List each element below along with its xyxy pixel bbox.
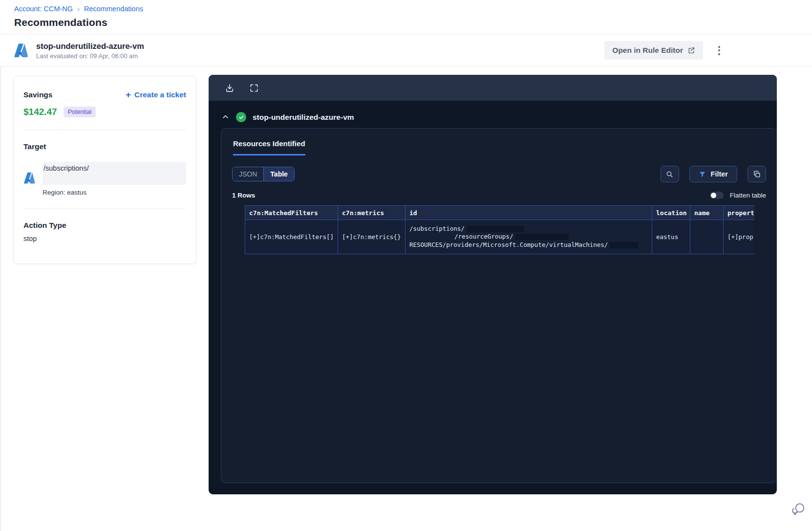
cell-properties[interactable]: [+]prop [724, 220, 755, 254]
resources-panel: stop-underutilized-azure-vm Resources Id… [209, 75, 777, 494]
savings-amount: $142.47 [23, 107, 57, 117]
rule-title: stop-underutilized-azure-vm [36, 42, 144, 51]
open-in-rule-editor-button[interactable]: Open in Rule Editor [604, 41, 703, 60]
redacted-resource-group [515, 234, 569, 240]
rule-last-evaluated: Last evaluated on: 09 Apr, 06:00 am [36, 52, 144, 60]
create-ticket-button[interactable]: + Create a ticket [126, 90, 186, 99]
redacted-subscription-id [467, 226, 524, 232]
cell-metrics[interactable]: [+]c7n:metrics{} [338, 220, 406, 254]
table-controls-row: JSON Table Filter [232, 166, 766, 182]
target-label: Target [23, 142, 186, 151]
cell-id: /subscriptions/ /resourceGroups/ RESOURC… [406, 220, 652, 254]
panel-rule-title: stop-underutilized-azure-vm [253, 113, 354, 122]
view-toggle: JSON Table [232, 167, 295, 181]
action-type-value: stop [23, 235, 186, 243]
search-icon [665, 170, 674, 178]
view-toggle-table[interactable]: Table [263, 167, 294, 181]
rule-header: stop-underutilized-azure-vm Last evaluat… [0, 35, 812, 66]
column-header-id[interactable]: id [406, 206, 652, 220]
azure-target-icon [23, 172, 36, 184]
page-left-edge [0, 0, 1, 531]
copy-icon [753, 170, 761, 178]
breadcrumb-account-link[interactable]: Account: CCM-NG [14, 5, 73, 13]
column-header-properties[interactable]: propert [724, 206, 755, 220]
support-chat-icon[interactable] [791, 502, 806, 516]
rows-count: 1 Rows [232, 192, 255, 199]
copy-button[interactable] [748, 166, 766, 182]
create-ticket-label: Create a ticket [134, 90, 186, 99]
view-toggle-json[interactable]: JSON [233, 167, 263, 181]
recommendation-details-card: Savings + Create a ticket $142.47 Potent… [13, 76, 196, 264]
table-row: [+]c7n:MatchedFilters[] [+]c7n:metrics{}… [245, 220, 755, 254]
fullscreen-icon[interactable] [249, 83, 259, 93]
azure-logo-icon [14, 43, 29, 58]
target-path: /subscriptions/ [43, 162, 186, 185]
more-options-button[interactable] [713, 43, 726, 58]
cell-location: eastus [652, 220, 690, 254]
column-header-location[interactable]: location [652, 206, 690, 220]
card-divider [23, 130, 186, 130]
open-in-rule-editor-label: Open in Rule Editor [612, 46, 683, 55]
flatten-table-group: Flatten table [710, 192, 766, 199]
rule-header-actions: Open in Rule Editor [604, 35, 726, 66]
resources-table: c7n:MatchedFilters c7n:metrics id locati… [245, 205, 754, 254]
top-bar: Account: CCM-NG › Recommendations Recomm… [0, 0, 812, 34]
target-row: /subscriptions/ Region: eastus [23, 162, 186, 196]
breadcrumb: Account: CCM-NG › Recommendations [14, 4, 812, 13]
download-icon[interactable] [225, 83, 235, 93]
breadcrumb-recommendations-link[interactable]: Recommendations [84, 5, 143, 13]
column-header-matched-filters[interactable]: c7n:MatchedFilters [245, 206, 338, 220]
resources-table-viewport[interactable]: c7n:MatchedFilters c7n:metrics id locati… [245, 205, 754, 254]
panel-rule-row: stop-underutilized-azure-vm [209, 112, 777, 122]
table-actions: Filter [661, 166, 766, 182]
table-header-row: c7n:MatchedFilters c7n:metrics id locati… [245, 206, 755, 220]
external-link-icon [687, 46, 695, 54]
card-divider [23, 208, 186, 209]
breadcrumb-separator-icon: › [77, 4, 80, 13]
action-type-label: Action Type [23, 221, 186, 230]
column-header-metrics[interactable]: c7n:metrics [338, 206, 406, 220]
savings-label: Savings [23, 90, 52, 99]
target-region: Region: eastus [43, 189, 186, 196]
cell-matched-filters[interactable]: [+]c7n:MatchedFilters[] [245, 220, 338, 254]
redacted-vm-name [610, 242, 638, 248]
column-header-name[interactable]: name [690, 206, 724, 220]
resources-identified-section: Resources Identified JSON Table Filter [221, 128, 777, 483]
savings-potential-badge: Potential [64, 107, 96, 117]
search-button[interactable] [661, 166, 679, 182]
filter-funnel-icon [699, 171, 706, 178]
tab-resources-identified[interactable]: Resources Identified [233, 139, 305, 155]
cell-name [690, 220, 724, 254]
rows-summary-row: 1 Rows Flatten table [232, 192, 766, 199]
plus-icon: + [126, 90, 131, 99]
flatten-table-label: Flatten table [730, 192, 766, 199]
success-check-icon [236, 112, 246, 122]
flatten-table-toggle[interactable] [710, 192, 724, 199]
rule-header-titles: stop-underutilized-azure-vm Last evaluat… [36, 42, 144, 60]
collapse-chevron-up-icon[interactable] [221, 113, 230, 122]
panel-toolbar [209, 75, 777, 101]
filter-label: Filter [711, 170, 728, 178]
page-title: Recommendations [14, 17, 812, 28]
filter-button[interactable]: Filter [689, 166, 737, 182]
